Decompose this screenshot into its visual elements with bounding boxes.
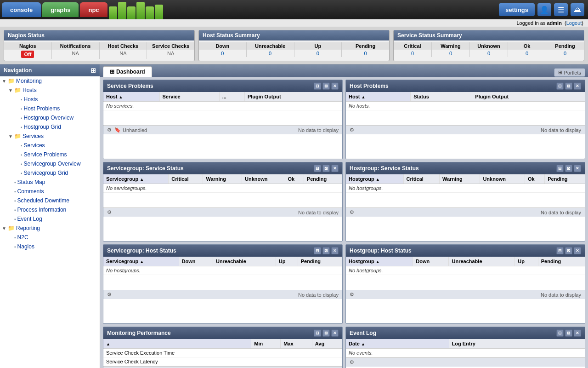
portlet-th-servicegroup-host-status-0[interactable]: Servicegroup ▲ xyxy=(103,257,179,266)
portlet-th-service-problems-0[interactable]: Host ▲ xyxy=(103,92,159,102)
portlet-th-event-log-0[interactable]: Date ▲ xyxy=(346,339,449,349)
nav-label-12[interactable]: ▪Comments xyxy=(0,187,100,196)
nav-label-11[interactable]: ▪Status Map xyxy=(0,178,100,186)
hss-val-pending[interactable]: 0 xyxy=(342,50,389,57)
portlet-maximize-servicegroup-host-status[interactable]: ⊠ xyxy=(322,247,330,254)
nav-label-6[interactable]: ▼📁Services xyxy=(0,132,100,140)
portlet-minimize-host-problems[interactable]: ⊟ xyxy=(556,82,564,90)
portlet-th-monitoring-performance-2[interactable]: Max xyxy=(281,339,312,349)
user-icon-button[interactable]: 👤 xyxy=(537,3,551,16)
portlet-maximize-servicegroup-service-status[interactable]: ⊠ xyxy=(322,165,330,172)
portlet-th-servicegroup-service-status-3[interactable]: Unknown xyxy=(242,174,285,184)
portlet-close-host-problems[interactable]: ✕ xyxy=(574,82,581,90)
nav-label-15[interactable]: ▪Event Log xyxy=(0,215,100,223)
nav-link-18[interactable]: Nagios xyxy=(17,243,34,250)
portlet-th-host-problems-1[interactable]: Status xyxy=(411,92,472,102)
nav-label-14[interactable]: ▪Process Information xyxy=(0,206,100,214)
dashboard-tab[interactable]: ⊞ Dashboard xyxy=(103,66,152,77)
portlet-th-host-problems-0[interactable]: Host ▲ xyxy=(346,92,411,102)
portlet-th-hostgroup-host-status-4[interactable]: Pending xyxy=(538,257,585,266)
nav-link-1[interactable]: Hosts xyxy=(23,87,37,93)
portlet-minimize-servicegroup-host-status[interactable]: ⊟ xyxy=(314,247,321,254)
settings-button[interactable]: settings xyxy=(499,3,535,16)
portlet-th-monitoring-performance-1[interactable]: Min xyxy=(251,339,281,349)
portlet-th-hostgroup-service-status-2[interactable]: Warning xyxy=(440,174,480,184)
portlet-th-servicegroup-service-status-2[interactable]: Warning xyxy=(203,174,242,184)
portlet-close-servicegroup-host-status[interactable]: ✕ xyxy=(331,247,339,254)
portlet-close-event-log[interactable]: ✕ xyxy=(574,329,581,337)
nav-link-16[interactable]: Reporting xyxy=(16,225,40,231)
portlet-th-servicegroup-service-status-1[interactable]: Critical xyxy=(169,174,203,184)
nav-label-3[interactable]: ▪Host Problems xyxy=(0,104,100,113)
portlet-th-hostgroup-service-status-0[interactable]: Hostgroup ▲ xyxy=(346,174,403,184)
portlet-th-service-problems-1[interactable]: Service xyxy=(159,92,219,102)
nav-label-16[interactable]: ▼📁Reporting xyxy=(0,224,100,232)
sss-val-unknown[interactable]: 0 xyxy=(470,50,508,57)
nav-link-5[interactable]: Hostgroup Grid xyxy=(24,124,61,130)
portlet-th-event-log-1[interactable]: Log Entry xyxy=(449,339,585,349)
portlet-th-hostgroup-host-status-1[interactable]: Down xyxy=(413,257,449,266)
nav-link-0[interactable]: Monitoring xyxy=(16,78,42,84)
portlet-th-service-problems-3[interactable]: Plugin Output xyxy=(244,92,342,102)
sss-val-ok[interactable]: 0 xyxy=(508,50,546,57)
nav-label-8[interactable]: ▪Service Problems xyxy=(0,150,100,159)
portlet-maximize-hostgroup-host-status[interactable]: ⊠ xyxy=(565,247,572,254)
nav-link-4[interactable]: Hostgroup Overview xyxy=(24,115,74,121)
nav-label-9[interactable]: ▪Servicegroup Overview xyxy=(0,160,100,168)
portlet-th-hostgroup-host-status-3[interactable]: Up xyxy=(515,257,538,266)
nav-label-5[interactable]: ▪Hostgroup Grid xyxy=(0,123,100,131)
portlet-close-hostgroup-host-status[interactable]: ✕ xyxy=(574,247,581,254)
portlet-th-monitoring-performance-3[interactable]: Avg xyxy=(312,339,342,349)
hss-val-unreachable[interactable]: 0 xyxy=(247,50,294,57)
nav-link-13[interactable]: Scheduled Downtime xyxy=(17,197,69,204)
portlet-th-hostgroup-host-status-0[interactable]: Hostgroup ▲ xyxy=(346,257,413,266)
nav-link-17[interactable]: N2C xyxy=(17,234,28,241)
portlet-th-hostgroup-host-status-2[interactable]: Unreachable xyxy=(449,257,515,266)
portlet-th-hostgroup-service-status-3[interactable]: Unknown xyxy=(480,174,525,184)
nav-link-2[interactable]: Hosts xyxy=(24,96,38,103)
portlet-th-servicegroup-host-status-4[interactable]: Pending xyxy=(298,257,342,266)
gear-icon-event-log[interactable]: ⚙ xyxy=(350,359,354,365)
portlet-close-service-problems[interactable]: ✕ xyxy=(331,82,339,90)
portlet-minimize-event-log[interactable]: ⊟ xyxy=(556,329,564,337)
nav-label-18[interactable]: ▪Nagios xyxy=(0,242,100,251)
nav-label-1[interactable]: ▼📁Hosts xyxy=(0,86,100,94)
gear-icon-servicegroup-service-status[interactable]: ⚙ xyxy=(107,209,112,215)
sidebar-collapse-icon[interactable]: ⊞ xyxy=(90,67,96,74)
nav-link-11[interactable]: Status Map xyxy=(17,179,45,185)
gear-icon-hostgroup-service-status[interactable]: ⚙ xyxy=(350,209,354,215)
mountain-icon-button[interactable]: ⛰ xyxy=(571,3,584,16)
nav-link-12[interactable]: Comments xyxy=(17,188,44,195)
nav-label-10[interactable]: ▪Servicegroup Grid xyxy=(0,169,100,177)
nav-label-13[interactable]: ▪Scheduled Downtime xyxy=(0,196,100,205)
portlet-th-hostgroup-service-status-5[interactable]: Pending xyxy=(545,174,585,184)
portlet-th-hostgroup-service-status-4[interactable]: Ok xyxy=(525,174,544,184)
portlet-th-service-problems-2[interactable]: ... xyxy=(219,92,244,102)
logout-link[interactable]: Logout xyxy=(566,20,582,26)
sss-val-critical[interactable]: 0 xyxy=(394,50,432,57)
portlet-th-servicegroup-host-status-1[interactable]: Down xyxy=(179,257,213,266)
portlet-close-monitoring-performance[interactable]: ✕ xyxy=(331,329,339,337)
portlets-button[interactable]: ⊞ Portlets xyxy=(554,68,585,77)
portlet-minimize-monitoring-performance[interactable]: ⊟ xyxy=(314,329,321,337)
sss-val-warning[interactable]: 0 xyxy=(432,50,470,57)
npc-tab[interactable]: npc xyxy=(80,2,107,17)
nav-link-14[interactable]: Process Information xyxy=(17,207,67,213)
console-tab[interactable]: console xyxy=(2,2,41,17)
portlet-th-monitoring-performance-0[interactable]: ▲ xyxy=(103,339,251,349)
nav-label-2[interactable]: ▪Hosts xyxy=(0,95,100,104)
nav-link-8[interactable]: Service Problems xyxy=(24,151,67,158)
portlet-th-servicegroup-service-status-0[interactable]: Servicegroup ▲ xyxy=(103,174,169,184)
hss-val-up[interactable]: 0 xyxy=(294,50,342,57)
portlet-minimize-service-problems[interactable]: ⊟ xyxy=(314,82,321,90)
portlet-maximize-hostgroup-service-status[interactable]: ⊠ xyxy=(565,165,572,172)
portlet-maximize-monitoring-performance[interactable]: ⊠ xyxy=(322,329,330,337)
nav-label-0[interactable]: ▼📁Monitoring xyxy=(0,77,100,85)
sss-val-pending[interactable]: 0 xyxy=(546,50,584,57)
nav-link-9[interactable]: Servicegroup Overview xyxy=(24,161,81,167)
menu-icon-button[interactable]: ☰ xyxy=(554,3,568,16)
nav-link-3[interactable]: Host Problems xyxy=(24,105,60,112)
portlet-minimize-hostgroup-service-status[interactable]: ⊟ xyxy=(556,165,564,172)
portlet-th-host-problems-2[interactable]: Plugin Output xyxy=(472,92,585,102)
portlet-th-servicegroup-service-status-4[interactable]: Ok xyxy=(285,174,304,184)
